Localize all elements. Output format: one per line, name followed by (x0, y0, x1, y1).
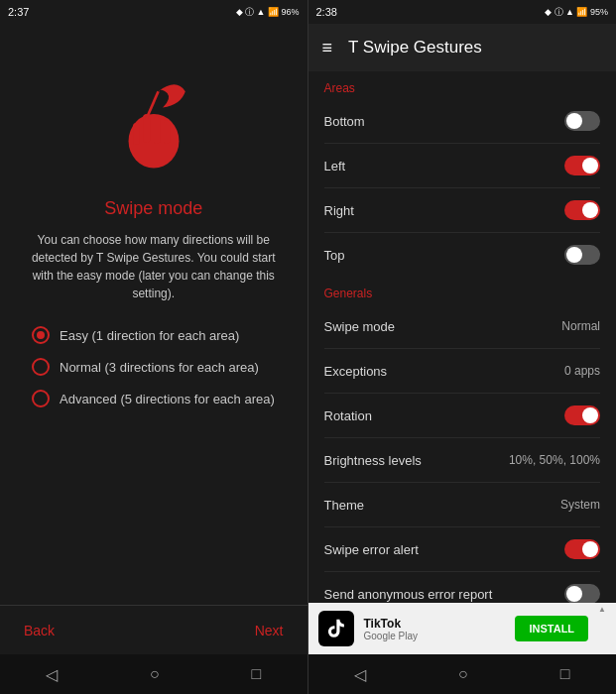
svg-rect-2 (154, 117, 160, 144)
label-bottom: Bottom (324, 114, 365, 129)
toggle-left[interactable] (564, 156, 600, 175)
tiktok-logo (318, 611, 354, 646)
ad-store-name: Google Play (364, 631, 506, 641)
ad-text-block: TikTok Google Play (364, 617, 506, 641)
radio-advanced-circle[interactable] (32, 390, 50, 407)
home-circle-right[interactable]: ○ (458, 665, 468, 683)
label-exceptions: Exceptions (324, 364, 388, 379)
time-left: 2:37 (8, 6, 29, 18)
hamburger-icon[interactable]: ≡ (322, 38, 333, 58)
value-brightness: 10%, 50%, 100% (509, 453, 600, 467)
label-left: Left (324, 159, 346, 174)
status-icons-right: ◆ ⓘ ▲ 📶 95% (545, 6, 608, 19)
svg-rect-3 (164, 120, 170, 144)
value-swipe-mode: Normal (561, 319, 600, 333)
setting-rotation[interactable]: Rotation (308, 394, 617, 437)
label-brightness: Brightness levels (324, 453, 422, 468)
left-content: Swipe mode You can choose how many direc… (0, 24, 308, 605)
label-top: Top (324, 248, 345, 263)
radio-easy-circle[interactable] (32, 326, 50, 344)
battery-icon-right: ◆ ⓘ ▲ 📶 95% (545, 6, 608, 19)
toggle-top[interactable] (564, 245, 600, 265)
back-button[interactable]: Back (24, 623, 55, 638)
value-theme: System (560, 498, 600, 512)
left-bottom-nav: Back Next (0, 605, 308, 654)
toggle-rotation[interactable] (564, 405, 600, 425)
ad-app-name: TikTok (364, 617, 506, 631)
section-areas: Areas (308, 71, 617, 99)
back-arrow-right[interactable]: ◁ (354, 665, 366, 684)
toggle-bottom[interactable] (564, 111, 600, 131)
radio-group: Easy (1 direction for each area) Normal … (24, 326, 284, 407)
app-title: T Swipe Gestures (348, 38, 482, 58)
setting-swipe-error[interactable]: Swipe error alert (308, 527, 617, 571)
home-circle-left[interactable]: ○ (150, 665, 160, 683)
section-generals: Generals (308, 277, 617, 304)
swipe-hand-icon (104, 73, 203, 173)
setting-bottom[interactable]: Bottom (308, 99, 617, 143)
setting-brightness[interactable]: Brightness levels 10%, 50%, 100% (308, 438, 617, 482)
radio-item-normal[interactable]: Normal (3 directions for each area) (32, 358, 284, 376)
setting-left[interactable]: Left (308, 144, 617, 187)
toggle-right[interactable] (564, 200, 600, 220)
hand-icon-container (94, 63, 213, 182)
tiktok-icon (325, 618, 347, 639)
next-button[interactable]: Next (255, 623, 284, 638)
radio-easy-label: Easy (1 direction for each area) (60, 328, 239, 343)
status-bar-left: 2:37 ◆ ⓘ ▲ 📶 96% (0, 0, 308, 24)
toggle-anon-report[interactable] (564, 584, 600, 603)
label-rotation: Rotation (324, 408, 372, 423)
label-swipe-error: Swipe error alert (324, 542, 419, 557)
label-theme: Theme (324, 498, 364, 513)
setting-exceptions[interactable]: Exceptions 0 apps (308, 349, 617, 393)
setting-swipe-mode[interactable]: Swipe mode Normal (308, 304, 617, 348)
recents-square-left[interactable]: □ (251, 665, 261, 683)
label-swipe-mode: Swipe mode (324, 319, 396, 334)
radio-normal-label: Normal (3 directions for each area) (60, 360, 259, 375)
swipe-mode-title: Swipe mode (104, 198, 202, 219)
battery-icon-left: ◆ ⓘ ▲ 📶 96% (236, 6, 300, 19)
svg-rect-4 (133, 123, 139, 145)
toggle-swipe-error[interactable] (564, 539, 600, 559)
label-anon-report: Send anonymous error report (324, 587, 493, 602)
setting-right[interactable]: Right (308, 188, 617, 232)
back-arrow-left[interactable]: ◁ (46, 665, 58, 684)
setting-top[interactable]: Top (308, 233, 617, 277)
time-right: 2:38 (316, 6, 337, 18)
left-system-nav: ◁ ○ □ (0, 654, 308, 694)
right-panel: 2:38 ◆ ⓘ ▲ 📶 95% ≡ T Swipe Gestures Area… (308, 0, 617, 694)
status-icons-left: ◆ ⓘ ▲ 📶 96% (236, 6, 300, 19)
ad-banner: TikTok Google Play INSTALL ▲ (308, 603, 617, 654)
status-bar-right: 2:38 ◆ ⓘ ▲ 📶 95% (308, 0, 617, 24)
settings-scroll[interactable]: Areas Bottom Left Right Top Generals Swi… (308, 71, 617, 603)
radio-normal-circle[interactable] (32, 358, 50, 376)
ad-label: ▲ (598, 605, 606, 614)
label-right: Right (324, 203, 354, 218)
radio-advanced-label: Advanced (5 directions for each area) (60, 392, 275, 406)
app-header: ≡ T Swipe Gestures (308, 24, 617, 71)
recents-square-right[interactable]: □ (560, 665, 570, 683)
swipe-mode-desc: You can choose how many directions will … (24, 231, 284, 302)
setting-anon-report[interactable]: Send anonymous error report (308, 572, 617, 603)
value-exceptions: 0 apps (564, 364, 600, 378)
right-system-nav: ◁ ○ □ (308, 654, 617, 694)
install-button[interactable]: INSTALL (515, 616, 588, 641)
setting-theme[interactable]: Theme System (308, 483, 617, 526)
left-panel: 2:37 ◆ ⓘ ▲ 📶 96% Swipe mode You can choo… (0, 0, 308, 694)
radio-item-easy[interactable]: Easy (1 direction for each area) (32, 326, 284, 344)
radio-item-advanced[interactable]: Advanced (5 directions for each area) (32, 390, 284, 407)
